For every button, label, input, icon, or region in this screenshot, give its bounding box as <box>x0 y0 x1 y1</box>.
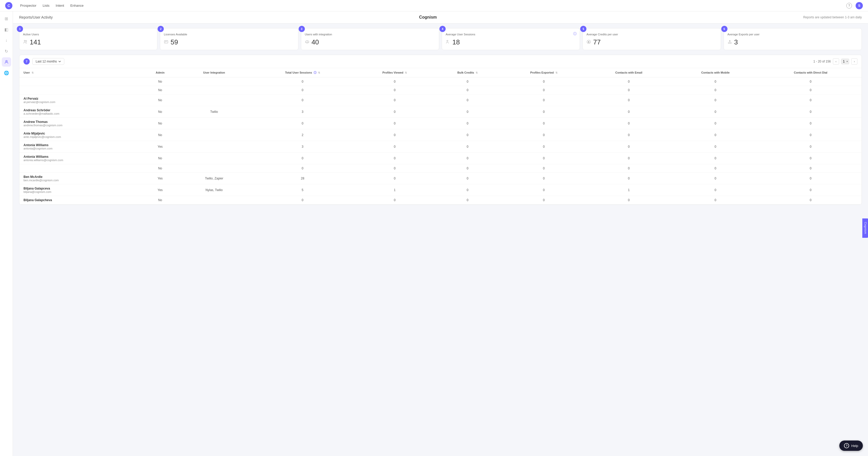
breadcrumb: Reports/User Activity <box>19 15 53 20</box>
nav-prospector[interactable]: Prospector <box>20 4 36 7</box>
stat-badge-6: 6 <box>721 26 727 32</box>
stat-label-2: Licenses Available <box>164 33 294 36</box>
time-filter-button[interactable]: Last 12 months <box>32 58 64 65</box>
cell-6: 0 <box>501 152 586 164</box>
info-icon-4[interactable]: ⓘ <box>573 32 577 36</box>
avg-sessions-icon <box>445 39 450 45</box>
help-icon[interactable]: ? <box>846 3 852 8</box>
cell-2 <box>179 129 250 141</box>
user-avatar[interactable]: S <box>856 2 863 9</box>
stat-label-1: Active Users <box>23 33 153 36</box>
user-name: Antonia Williams <box>24 155 139 159</box>
licenses-icon <box>164 39 168 45</box>
stat-value-4: 18 <box>445 38 576 46</box>
cell-8: 0 <box>671 184 760 196</box>
user-email: biljana@cognism.com <box>24 190 139 193</box>
nav-links: Prospector Lists Intent Enhance <box>20 4 839 7</box>
cell-9: 0 <box>760 86 862 94</box>
next-page-button[interactable]: › <box>851 58 858 65</box>
page-header: Reports/User Activity Cognism Reports ar… <box>13 11 868 24</box>
svg-point-0 <box>6 60 7 62</box>
table-row: No0000000 <box>20 77 862 86</box>
nav-right: ? S <box>846 2 863 9</box>
table-row: Biljana GalapchevaNo0000000 <box>20 196 862 204</box>
cell-3: 5 <box>250 184 355 196</box>
cognism-side-tab[interactable]: Cognism <box>863 219 868 238</box>
filter-label: Last 12 months <box>36 60 57 63</box>
sidebar-icon-layers[interactable]: ◧ <box>2 25 11 34</box>
sidebar-icon-globe[interactable]: 🌐 <box>2 68 11 77</box>
cell-8: 0 <box>671 118 760 129</box>
cell-2: Nylas, Twilio <box>179 184 250 196</box>
cell-1: Yes <box>142 184 179 196</box>
top-navigation: C Prospector Lists Intent Enhance ? S <box>0 0 868 11</box>
nav-lists[interactable]: Lists <box>43 4 50 7</box>
sort-icon-profiles[interactable]: ⇅ <box>405 71 407 74</box>
sort-icon-exported[interactable]: ⇅ <box>555 71 557 74</box>
cell-8: 0 <box>671 86 760 94</box>
table-row: Biljana Galapcevabiljana@cognism.comYesN… <box>20 184 862 196</box>
cell-6: 0 <box>501 172 586 184</box>
cell-5: 0 <box>434 94 501 106</box>
user-name: Biljana Galapceva <box>24 187 139 190</box>
table-row: No0000000 <box>20 164 862 172</box>
cell-4: 0 <box>355 152 434 164</box>
cell-4: 0 <box>355 196 434 204</box>
nav-intent[interactable]: Intent <box>56 4 64 7</box>
update-notice: Reports are updated between 1-3 am daily <box>803 15 862 19</box>
table-row: Ante Mijaljevicante.mijaljevic@cognism.c… <box>20 129 862 141</box>
cell-5: 0 <box>434 141 501 152</box>
user-name: Andreas Schröder <box>24 108 139 112</box>
cell-1: No <box>142 196 179 204</box>
prev-page-button[interactable]: ‹ <box>833 58 839 65</box>
cell-2 <box>179 141 250 152</box>
stat-avg-sessions: 4 ⓘ Average User Sessions 18 <box>442 28 580 50</box>
col-header-integration: User Integration <box>179 68 250 77</box>
cell-3: 0 <box>250 94 355 106</box>
page-select-wrap: 1 2 3 <box>841 59 849 64</box>
cell-5: 0 <box>434 172 501 184</box>
app-logo[interactable]: C <box>5 2 12 9</box>
cell-9: 0 <box>760 94 862 106</box>
cell-5: 0 <box>434 196 501 204</box>
cell-1: No <box>142 86 179 94</box>
stat-badge-1: 1 <box>17 26 23 32</box>
stat-badge-5: 5 <box>580 26 586 32</box>
cell-3: 3 <box>250 106 355 118</box>
cell-2 <box>179 152 250 164</box>
page-select[interactable]: 1 2 3 <box>841 59 849 64</box>
table-row: Al Pervaizal.pervaiz@cognism.comNo000000… <box>20 94 862 106</box>
user-name: Ben McArdle <box>24 175 139 179</box>
nav-enhance[interactable]: Enhance <box>70 4 84 7</box>
help-button[interactable]: ? Help <box>839 441 863 451</box>
cell-4: 0 <box>355 94 434 106</box>
stat-label-3: Users with integration <box>305 33 435 36</box>
cell-7: 0 <box>586 106 671 118</box>
col-header-user: User ⇅ <box>20 68 142 77</box>
cell-3: 0 <box>250 77 355 86</box>
sidebar-icon-download[interactable]: ↓ <box>2 36 11 45</box>
sidebar-icon-refresh[interactable]: ↻ <box>2 46 11 56</box>
cell-8: 0 <box>671 196 760 204</box>
cell-6: 0 <box>501 196 586 204</box>
col-header-bulk-credits: Bulk Credits ⇅ <box>434 68 501 77</box>
cell-9: 0 <box>760 172 862 184</box>
cell-1: No <box>142 106 179 118</box>
stat-integration: 3 Users with integration 40 <box>301 28 439 50</box>
sort-icon-sessions[interactable]: ⇅ <box>318 71 320 74</box>
cell-6: 0 <box>501 86 586 94</box>
cell-7: 0 <box>586 164 671 172</box>
page-content: 1 Active Users 141 2 Licenses Available <box>13 24 868 209</box>
sort-icon-user[interactable]: ⇅ <box>32 71 34 74</box>
sort-icon-bulk[interactable]: ⇅ <box>475 71 478 74</box>
cell-3: 0 <box>250 196 355 204</box>
sidebar-icon-user[interactable] <box>2 57 11 67</box>
exports-icon <box>727 39 732 45</box>
integration-icon <box>305 39 309 45</box>
user-email: a.schroeder@mailtastic.com <box>24 112 139 115</box>
help-button-icon: ? <box>844 443 849 448</box>
sidebar-icon-grid[interactable]: ⊞ <box>2 14 11 23</box>
col-header-contacts-email: Contacts with Email <box>586 68 671 77</box>
info-icon-sessions[interactable]: ⓘ <box>314 71 316 74</box>
cell-4: 0 <box>355 164 434 172</box>
